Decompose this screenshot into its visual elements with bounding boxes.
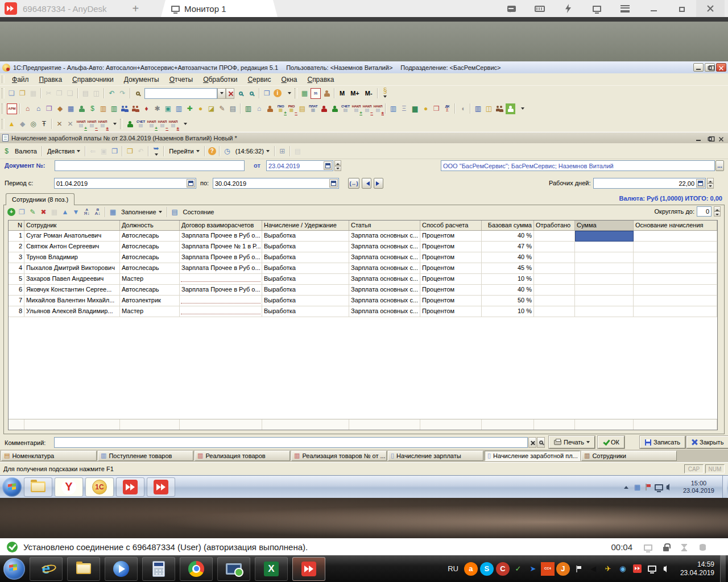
- work-nakl-minus-icon[interactable]: НАКЛ▤−: [87, 119, 97, 130]
- table-cell[interactable]: Зарплата Прочее № 1 в Р...: [180, 242, 262, 252]
- person-plus-icon[interactable]: [265, 103, 275, 114]
- table-cell[interactable]: [534, 242, 575, 252]
- language-indicator[interactable]: RU: [448, 564, 458, 573]
- doc-structure-icon[interactable]: ⊞: [278, 146, 287, 157]
- doc-fill-icon[interactable]: ❒: [125, 146, 135, 157]
- workshop-icon[interactable]: ✕: [55, 119, 64, 130]
- local-start-button[interactable]: [3, 558, 25, 580]
- chrome-button[interactable]: [180, 557, 213, 581]
- table-cell[interactable]: 8: [9, 306, 24, 317]
- table-cell[interactable]: [534, 252, 575, 263]
- table-cell[interactable]: Зарплата основных с...: [349, 274, 420, 285]
- table-cell[interactable]: Трунов Владимир: [24, 252, 120, 263]
- tools-icon[interactable]: ✎: [217, 103, 227, 114]
- table-cell[interactable]: Зарплата основных с...: [349, 306, 420, 317]
- table-cell[interactable]: [575, 285, 634, 296]
- display-settings-button[interactable]: [582, 0, 611, 17]
- plat-icon[interactable]: ПЛАТ▦: [308, 103, 318, 114]
- table-cell[interactable]: [534, 285, 575, 296]
- table-cell[interactable]: Зарплата Прочее в Руб о...: [180, 231, 262, 242]
- pko-icon[interactable]: ПКО▦+: [276, 103, 286, 114]
- table-cell[interactable]: [575, 242, 634, 252]
- search-combobox[interactable]: [144, 88, 234, 99]
- warehouse-icon[interactable]: ❒: [44, 103, 54, 114]
- table-cell[interactable]: Зарплата основных с...: [349, 231, 420, 242]
- table-cell[interactable]: [634, 296, 717, 306]
- memory-plus-icon[interactable]: М+: [348, 89, 362, 98]
- ie-button[interactable]: e: [30, 557, 63, 581]
- table-cell[interactable]: [575, 274, 634, 285]
- doc-currency-icon[interactable]: $: [2, 146, 11, 157]
- period-range-button[interactable]: (↔): [348, 178, 359, 189]
- java-tray-icon[interactable]: J: [556, 562, 570, 576]
- doc-time-button[interactable]: (14:56:32): [233, 147, 272, 156]
- menu-item[interactable]: Справка: [302, 74, 339, 85]
- table-cell[interactable]: 45 %: [482, 263, 534, 274]
- undo-icon[interactable]: ↶: [107, 88, 117, 99]
- window-bar-item[interactable]: ▥Поступление товаров: [98, 451, 193, 461]
- lock-status-icon[interactable]: [660, 541, 672, 554]
- gear-icon[interactable]: ✱: [152, 103, 162, 114]
- table-cell[interactable]: Процентом: [420, 252, 482, 263]
- table-cell[interactable]: [634, 263, 717, 274]
- employee-icon[interactable]: [77, 103, 86, 114]
- cash-register-icon[interactable]: ▦: [66, 103, 76, 114]
- table-cell[interactable]: Захаров Павел Андреевич: [24, 274, 120, 285]
- table-cell[interactable]: Процентом: [420, 242, 482, 252]
- window-bar-item[interactable]: ▤Номенклатура: [1, 451, 97, 461]
- table-cell[interactable]: [575, 296, 634, 306]
- menu-button[interactable]: [611, 0, 639, 17]
- flag-tray-icon[interactable]: [643, 482, 653, 493]
- table-cell[interactable]: 5: [9, 274, 24, 285]
- report-icon[interactable]: ▥: [174, 103, 184, 114]
- search-icon[interactable]: [133, 88, 143, 99]
- period-from-calendar-button[interactable]: [187, 179, 195, 188]
- ccleaner-tray-icon[interactable]: C: [496, 562, 510, 576]
- table-row[interactable]: 8Ульянов Алексей Владимир...МастерВырабо…: [9, 306, 717, 317]
- remote-show-desktop-button[interactable]: [722, 476, 727, 498]
- table-row[interactable]: 1Сугаг Роман АнатольевичАвтослесарьЗарпл…: [9, 231, 717, 242]
- nakl-minus-icon[interactable]: НАКЛ▤−: [362, 103, 372, 114]
- table-cell[interactable]: [575, 263, 634, 274]
- table-cell[interactable]: Зарплата Прочее в Руб о...: [180, 252, 262, 263]
- sale-nakl-adjust-icon[interactable]: НАКЛ▤±: [168, 119, 178, 130]
- cash-folder-icon[interactable]: ▥: [98, 103, 108, 114]
- table-cell[interactable]: Выработка: [262, 231, 349, 242]
- new-document-icon[interactable]: ❏: [7, 88, 16, 99]
- user-monitor-icon[interactable]: [322, 88, 332, 99]
- table-cell[interactable]: Зарплата основных с...: [349, 263, 420, 274]
- goto-button[interactable]: Перейти: [166, 147, 202, 156]
- table-cell[interactable]: Автослесарь: [120, 231, 180, 242]
- menu-item[interactable]: Справочники: [67, 74, 119, 85]
- airplane-tray-icon[interactable]: ✈: [601, 562, 615, 576]
- window-bar-item[interactable]: ▯Начисление зарплаты: [388, 451, 483, 461]
- doc-back-icon[interactable]: ⇐: [88, 146, 98, 157]
- table-cell[interactable]: 6: [9, 285, 24, 296]
- dk-sum-icon[interactable]: ДКΣ: [442, 103, 452, 114]
- search-input[interactable]: [144, 88, 217, 99]
- division-icon[interactable]: ⌂: [34, 103, 43, 114]
- eye-tray-icon[interactable]: ◉: [616, 562, 630, 576]
- 1c-close-button[interactable]: [716, 63, 726, 72]
- monitor-tab[interactable]: Монитор 1: [161, 0, 278, 17]
- table-cell[interactable]: 1: [9, 231, 24, 242]
- comment-field[interactable]: [54, 437, 528, 448]
- table-cell[interactable]: Автослесарь: [120, 252, 180, 263]
- remote-desktop-button[interactable]: [217, 557, 250, 581]
- sale-nakl-minus-icon[interactable]: НАКЛ▤−: [158, 119, 167, 130]
- work-days-field[interactable]: 22,00: [593, 178, 706, 189]
- end-edit-icon[interactable]: ▦: [49, 207, 59, 218]
- volume-tray-icon[interactable]: [665, 482, 675, 493]
- tab-employees[interactable]: Сотрудники (8 поз.): [6, 193, 75, 205]
- table-cell[interactable]: Выработка: [262, 252, 349, 263]
- memory-minus-icon[interactable]: М-: [362, 89, 375, 98]
- table-cell[interactable]: Мастер: [120, 306, 180, 317]
- table-cell[interactable]: [634, 231, 717, 242]
- remote-anydesk-button-2[interactable]: [147, 477, 175, 497]
- rko-icon[interactable]: РКО▦−: [287, 103, 296, 114]
- table-row[interactable]: 7Михайлов Валентин Михайл...Автоэлектрик…: [9, 296, 717, 306]
- anydesk-tray-icon[interactable]: [631, 562, 644, 576]
- fill-button[interactable]: Заполнение: [118, 207, 165, 217]
- coins-icon[interactable]: ●: [196, 103, 205, 114]
- volume-tray-icon[interactable]: [660, 562, 674, 576]
